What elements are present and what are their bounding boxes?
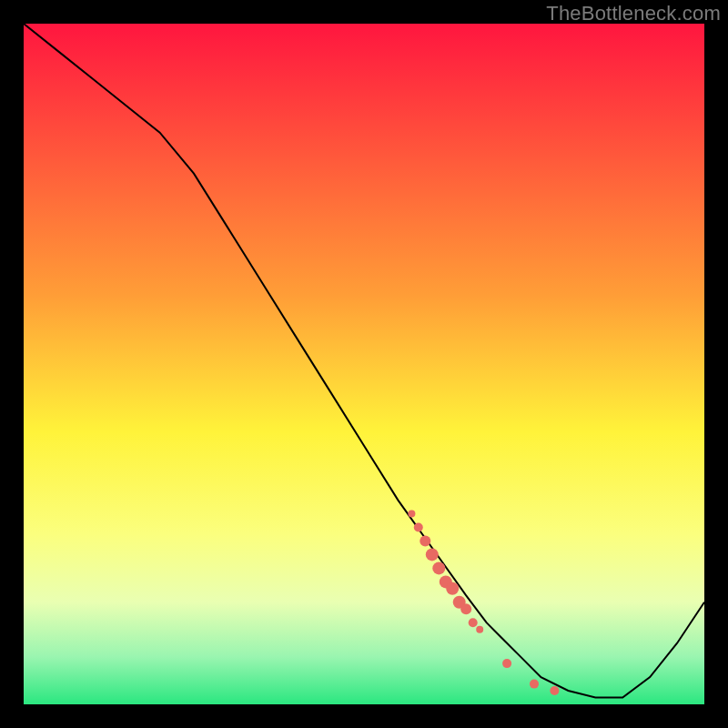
marker-dot: [460, 603, 471, 614]
bottleneck-curve: [24, 24, 704, 698]
chart-frame: TheBottleneck.com: [0, 0, 728, 728]
marker-dot: [414, 523, 423, 532]
marker-dot: [432, 561, 445, 574]
marker-dot: [476, 626, 483, 633]
marker-dot: [530, 680, 539, 689]
marker-dot: [420, 536, 430, 547]
marker-dot: [469, 618, 478, 627]
marker-dot: [502, 659, 511, 668]
marker-dot: [446, 582, 459, 595]
marker-dot: [426, 548, 439, 561]
line-overlay: [24, 24, 704, 704]
curve-markers: [408, 511, 559, 695]
watermark-text: TheBottleneck.com: [546, 2, 721, 25]
marker-dot: [550, 686, 559, 695]
marker-dot: [408, 511, 415, 518]
plot-area: [24, 24, 704, 704]
